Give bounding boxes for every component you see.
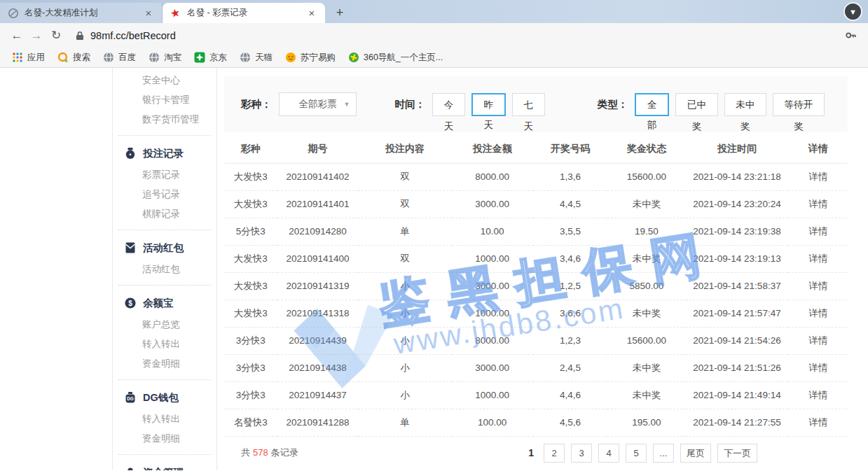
page-button-4[interactable]: 4 bbox=[598, 444, 619, 463]
cell-lottery[interactable]: 5分快3 bbox=[224, 218, 277, 245]
tab-close-icon[interactable]: × bbox=[305, 7, 318, 19]
sidebar-section-DG钱包[interactable]: DGDG钱包 bbox=[113, 386, 216, 409]
forward-icon[interactable]: → bbox=[27, 29, 46, 43]
bookmark-label: 搜索 bbox=[73, 52, 90, 64]
type-filter-未中奖[interactable]: 未中奖 bbox=[724, 93, 766, 116]
type-filter-已中奖[interactable]: 已中奖 bbox=[675, 93, 717, 116]
cell-lottery[interactable]: 大发快3 bbox=[224, 163, 277, 190]
time-filter-七天[interactable]: 七天 bbox=[512, 93, 545, 116]
sidebar-item-数字货币管理[interactable]: 数字货币管理 bbox=[113, 110, 216, 129]
detail-link[interactable]: 详情 bbox=[788, 327, 848, 354]
reload-icon[interactable]: ↻ bbox=[46, 28, 66, 43]
detail-link[interactable]: 详情 bbox=[788, 190, 848, 218]
bookmarks-bar: 应用搜索百度淘宝京东天猫苏宁易购360导航_一个主页... bbox=[0, 48, 868, 68]
sidebar-section-活动红包[interactable]: 活动红包 bbox=[113, 236, 216, 260]
cell-lottery[interactable]: 大发快3 bbox=[224, 272, 277, 300]
sidebar-item-资金明细[interactable]: 资金明细 bbox=[113, 429, 216, 449]
time-filter-今天[interactable]: 今天 bbox=[432, 93, 465, 116]
detail-link[interactable]: 详情 bbox=[788, 163, 848, 190]
cell-bet-time: 2021-09-14 21:57:47 bbox=[686, 300, 789, 327]
sidebar-item-账户总览[interactable]: 账户总览 bbox=[113, 315, 216, 335]
sidebar-item-追号记录[interactable]: 追号记录 bbox=[113, 185, 216, 204]
detail-link[interactable]: 详情 bbox=[788, 218, 848, 245]
new-tab-button[interactable]: + bbox=[331, 3, 349, 22]
cell-issue: 202109141319 bbox=[277, 272, 359, 300]
sidebar-item-转入转出[interactable]: 转入转出 bbox=[113, 409, 216, 429]
page-button-...[interactable]: ... bbox=[653, 444, 674, 463]
bookmark-item-6[interactable]: 天猫 bbox=[240, 52, 273, 64]
cell-content: 小 bbox=[358, 381, 452, 409]
cell-lottery[interactable]: 3分快3 bbox=[224, 354, 277, 381]
cell-issue: 20210914437 bbox=[277, 381, 359, 409]
cell-lottery[interactable]: 大发快3 bbox=[224, 245, 277, 272]
column-header-奖金状态: 奖金状态 bbox=[607, 135, 685, 163]
detail-link[interactable]: 详情 bbox=[788, 300, 848, 327]
type-filter-全部[interactable]: 全部 bbox=[635, 93, 669, 116]
bookmark-item-1[interactable]: 应用 bbox=[12, 52, 45, 64]
globe-icon bbox=[149, 52, 160, 63]
cell-lottery[interactable]: 大发快3 bbox=[224, 190, 277, 218]
cell-lottery[interactable]: 名發快3 bbox=[224, 409, 277, 436]
cell-numbers: 1,2,5 bbox=[533, 272, 608, 300]
type-filter-等待开奖[interactable]: 等待开奖 bbox=[773, 93, 825, 116]
address-bar[interactable]: 98mf.cc/betRecord bbox=[76, 29, 861, 41]
page-button-下一页[interactable]: 下一页 bbox=[717, 444, 757, 463]
cell-amount: 10.00 bbox=[452, 218, 533, 245]
detail-link[interactable]: 详情 bbox=[788, 381, 848, 409]
bet-records-table: 彩种期号投注内容投注金额开奖号码奖金状态投注时间详情 大发快3202109141… bbox=[224, 135, 848, 437]
sidebar-section-投注记录[interactable]: 投注记录 bbox=[113, 141, 216, 165]
detail-link[interactable]: 详情 bbox=[788, 409, 848, 436]
sidebar-divider bbox=[118, 285, 211, 286]
page-button-尾页[interactable]: 尾页 bbox=[680, 444, 711, 463]
cell-lottery[interactable]: 3分快3 bbox=[224, 381, 277, 409]
sidebar-item-安全中心[interactable]: 安全中心 bbox=[113, 71, 216, 90]
bookmark-item-8[interactable]: 360导航_一个主页... bbox=[348, 52, 443, 64]
moneybag-icon bbox=[124, 147, 137, 160]
bookmark-label: 淘宝 bbox=[164, 52, 181, 64]
cell-lottery[interactable]: 3分快3 bbox=[224, 327, 277, 354]
back-icon[interactable]: ← bbox=[7, 29, 27, 43]
search-360-icon bbox=[57, 52, 69, 63]
cell-numbers: 3,5,5 bbox=[533, 218, 608, 245]
lottery-select[interactable]: 全部彩票 ▼ bbox=[279, 92, 357, 116]
cell-content: 单 bbox=[358, 409, 452, 436]
bookmark-item-3[interactable]: 百度 bbox=[103, 52, 136, 64]
page-button-5[interactable]: 5 bbox=[626, 444, 647, 463]
time-filter-昨天[interactable]: 昨天 bbox=[471, 93, 506, 116]
cell-content: 双 bbox=[358, 163, 452, 190]
browser-tab-2-active[interactable]: ★ 名發 - 彩票记录 × bbox=[163, 3, 325, 23]
page-button-2[interactable]: 2 bbox=[544, 444, 565, 463]
bookmark-item-5[interactable]: 京东 bbox=[194, 52, 227, 64]
sidebar-item-棋牌记录[interactable]: 棋牌记录 bbox=[113, 204, 216, 224]
detail-link[interactable]: 详情 bbox=[788, 272, 848, 300]
sidebar-item-彩票记录[interactable]: 彩票记录 bbox=[113, 165, 216, 185]
cell-numbers: 1,2,3 bbox=[533, 327, 608, 354]
detail-link[interactable]: 详情 bbox=[788, 245, 848, 272]
bookmark-label: 苏宁易购 bbox=[301, 52, 336, 64]
browser-menu-button[interactable]: ▼ bbox=[843, 2, 862, 21]
tab-close-icon[interactable]: × bbox=[142, 7, 155, 19]
sidebar-item-活动红包[interactable]: 活动红包 bbox=[113, 260, 216, 279]
bookmark-item-2[interactable]: 搜索 bbox=[57, 52, 90, 64]
cell-numbers: 3,4,6 bbox=[533, 245, 608, 272]
sidebar-section-余额宝[interactable]: $余额宝 bbox=[113, 291, 216, 315]
sidebar-item-资金明细[interactable]: 资金明细 bbox=[113, 354, 216, 374]
bookmark-item-7[interactable]: 苏宁易购 bbox=[285, 52, 336, 64]
detail-link[interactable]: 详情 bbox=[788, 354, 848, 381]
password-key-icon[interactable] bbox=[845, 29, 857, 41]
cell-amount: 3000.00 bbox=[452, 190, 533, 218]
cell-bet-time: 2021-09-14 21:54:26 bbox=[686, 327, 789, 354]
browser-tab-1[interactable]: 名發-大发精准计划 × bbox=[0, 3, 163, 23]
page-button-3[interactable]: 3 bbox=[571, 444, 592, 463]
sidebar-item-转入转出[interactable]: 转入转出 bbox=[113, 335, 216, 354]
bookmark-item-4[interactable]: 淘宝 bbox=[149, 52, 181, 64]
sidebar-divider bbox=[118, 135, 211, 136]
cell-content: 小 bbox=[358, 272, 452, 300]
column-header-投注内容: 投注内容 bbox=[358, 135, 452, 163]
cell-bet-time: 2021-09-14 23:20:24 bbox=[686, 190, 789, 218]
browser-toolbar: ← → ↻ 98mf.cc/betRecord bbox=[0, 23, 868, 48]
sidebar-item-银行卡管理[interactable]: 银行卡管理 bbox=[113, 90, 216, 110]
sidebar-section-资金管理[interactable]: 资金管理 bbox=[113, 461, 216, 470]
cell-bet-time: 2021-09-14 21:27:55 bbox=[686, 409, 789, 436]
cell-lottery[interactable]: 大发快3 bbox=[224, 300, 277, 327]
